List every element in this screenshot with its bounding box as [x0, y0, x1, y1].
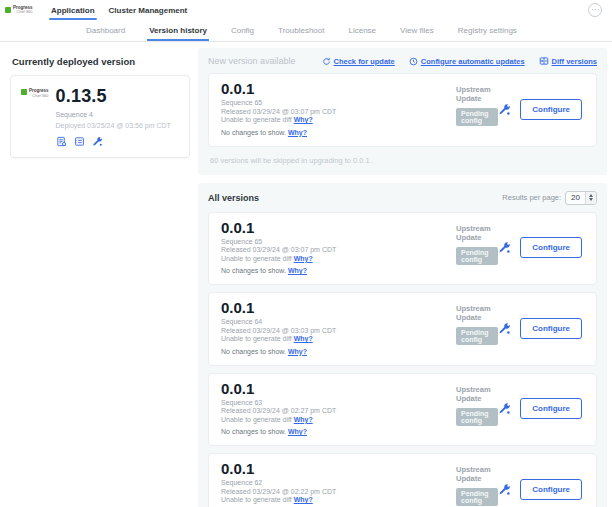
- status-badge: Pending config: [456, 408, 498, 426]
- version-row: 0.0.1 Sequence 64 Released 03/29/24 @ 03…: [208, 292, 597, 366]
- version-number: 0.0.1: [221, 81, 456, 97]
- results-per-page-select[interactable]: 20: [565, 191, 597, 205]
- app-logo: Progress Chef 360: [5, 6, 39, 15]
- configure-button[interactable]: Configure: [520, 237, 582, 258]
- diff-note: Unable to generate diff: [221, 496, 294, 503]
- results-per-page-value: 20: [566, 192, 585, 204]
- edit-config-wrench-icon[interactable]: [498, 322, 511, 335]
- status-badge: Pending config: [456, 247, 498, 265]
- configure-button[interactable]: Configure: [520, 318, 582, 339]
- deployed-timestamp: Deployed 03/25/24 @ 03:56 pm CDT: [56, 122, 179, 129]
- new-version-card: 0.0.1 Sequence 65 Released 03/29/24 @ 03…: [208, 73, 597, 147]
- configure-button[interactable]: Configure: [520, 479, 582, 500]
- edit-config-wrench-icon[interactable]: [498, 103, 511, 116]
- version-source: Upstream Update: [456, 85, 498, 103]
- version-sequence: Sequence 63: [221, 399, 456, 408]
- edit-config-wrench-icon[interactable]: [498, 402, 511, 415]
- version-row: 0.0.1 Sequence 65 Released 03/29/24 @ 03…: [208, 212, 597, 286]
- deployed-panel-title: Currently deployed version: [12, 56, 190, 67]
- new-version-section-title: New version available: [208, 56, 296, 66]
- refresh-icon: [322, 57, 331, 66]
- changes-why-link[interactable]: Why?: [288, 428, 307, 435]
- version-number: 0.0.1: [221, 381, 456, 397]
- changes-note: No changes to show.: [221, 348, 288, 355]
- app-subnav: Dashboard Version history Config Trouble…: [0, 20, 612, 42]
- version-sequence: Sequence 65: [221, 238, 456, 247]
- more-menu-button[interactable]: ⋯: [588, 3, 602, 17]
- logo-line2: Chef 360: [13, 10, 33, 15]
- new-version-section: New version available Check for update: [198, 48, 607, 175]
- results-per-page-label: Results per page:: [502, 193, 561, 202]
- version-sequence: Sequence 62: [221, 479, 456, 488]
- version-row: 0.0.1 Sequence 63 Released 03/29/24 @ 02…: [208, 373, 597, 447]
- status-badge: Pending config: [456, 488, 498, 506]
- subnav-item-config[interactable]: Config: [231, 20, 254, 41]
- changes-why-link[interactable]: Why?: [288, 129, 307, 136]
- changes-why-link[interactable]: Why?: [288, 348, 307, 355]
- top-header: Progress Chef 360 Application Cluster Ma…: [0, 0, 612, 20]
- diff-note: Unable to generate diff: [221, 335, 294, 342]
- logo-line2: Chef 360: [29, 94, 49, 99]
- select-stepper-icon: [585, 192, 596, 204]
- tab-application[interactable]: Application: [49, 0, 97, 20]
- edit-config-wrench-icon[interactable]: [92, 136, 103, 147]
- diff-why-link[interactable]: Why?: [294, 496, 313, 503]
- version-number: 0.0.1: [221, 220, 456, 236]
- changes-note: No changes to show.: [221, 428, 288, 435]
- subnav-item-license[interactable]: License: [348, 20, 376, 41]
- version-sequence: Sequence 64: [221, 318, 456, 327]
- configure-button[interactable]: Configure: [520, 398, 582, 419]
- diff-versions-link[interactable]: Diff versions: [539, 56, 597, 66]
- diff-note: Unable to generate diff: [221, 255, 294, 262]
- main-column: New version available Check for update: [198, 42, 612, 507]
- version-number: 0.0.1: [221, 300, 456, 316]
- tab-cluster-management[interactable]: Cluster Management: [107, 0, 190, 20]
- version-released: Released 03/29/24 @ 03:07 pm CDT: [221, 246, 456, 255]
- version-number: 0.0.1: [221, 461, 456, 477]
- deployed-sequence: Sequence 4: [56, 111, 179, 118]
- deployed-app-logo: Progress Chef 360: [21, 86, 49, 147]
- edit-config-wrench-icon[interactable]: [498, 483, 511, 496]
- changes-why-link[interactable]: Why?: [288, 267, 307, 274]
- diff-why-link[interactable]: Why?: [294, 335, 313, 342]
- version-released: Released 03/29/24 @ 02:22 pm CDT: [221, 488, 456, 497]
- version-released: Released 03/29/24 @ 03:07 pm CDT: [221, 108, 456, 117]
- version-released: Released 03/29/24 @ 02:27 pm CDT: [221, 407, 456, 416]
- version-source: Upstream Update: [456, 465, 498, 483]
- configure-button[interactable]: Configure: [520, 99, 582, 120]
- subnav-item-registry-settings[interactable]: Registry settings: [458, 20, 517, 41]
- diff-icon: [539, 56, 549, 66]
- status-badge: Pending config: [456, 327, 498, 345]
- changes-note: No changes to show.: [221, 267, 288, 274]
- all-versions-title: All versions: [208, 193, 259, 203]
- diff-note: Unable to generate diff: [221, 416, 294, 423]
- subnav-item-troubleshoot[interactable]: Troubleshoot: [278, 20, 324, 41]
- subnav-item-version-history[interactable]: Version history: [149, 20, 207, 41]
- version-released: Released 03/29/24 @ 03:03 pm CDT: [221, 327, 456, 336]
- version-source: Upstream Update: [456, 385, 498, 403]
- release-notes-icon[interactable]: [56, 136, 67, 147]
- version-history-page: Progress Chef 360 Application Cluster Ma…: [0, 0, 612, 507]
- subnav-item-dashboard[interactable]: Dashboard: [86, 20, 125, 41]
- content-area: Currently deployed version Progress Chef…: [0, 42, 612, 507]
- diff-note: Unable to generate diff: [221, 116, 294, 123]
- configure-automatic-updates-link[interactable]: Configure automatic updates: [409, 57, 525, 66]
- all-versions-section: All versions Results per page: 20: [198, 183, 607, 507]
- check-for-update-link[interactable]: Check for update: [322, 57, 395, 66]
- edit-config-wrench-icon[interactable]: [498, 241, 511, 254]
- view-config-icon[interactable]: [74, 136, 85, 147]
- changes-note: No changes to show.: [221, 129, 288, 136]
- status-badge: Pending config: [456, 108, 498, 126]
- version-sequence: Sequence 65: [221, 99, 456, 108]
- skip-versions-note: 60 versions will be skipped in upgrading…: [210, 156, 597, 165]
- diff-why-link[interactable]: Why?: [294, 255, 313, 262]
- version-source: Upstream Update: [456, 224, 498, 242]
- progress-logo-icon: [21, 89, 27, 95]
- diff-why-link[interactable]: Why?: [294, 116, 313, 123]
- subnav-item-view-files[interactable]: View files: [400, 20, 434, 41]
- version-row: 0.0.1 Sequence 62 Released 03/29/24 @ 02…: [208, 453, 597, 507]
- deployed-version-card: Progress Chef 360 0.13.5 Sequence 4 Depl…: [10, 75, 190, 158]
- schedule-clock-icon: [409, 57, 418, 66]
- deployed-version-number: 0.13.5: [56, 86, 179, 107]
- diff-why-link[interactable]: Why?: [294, 416, 313, 423]
